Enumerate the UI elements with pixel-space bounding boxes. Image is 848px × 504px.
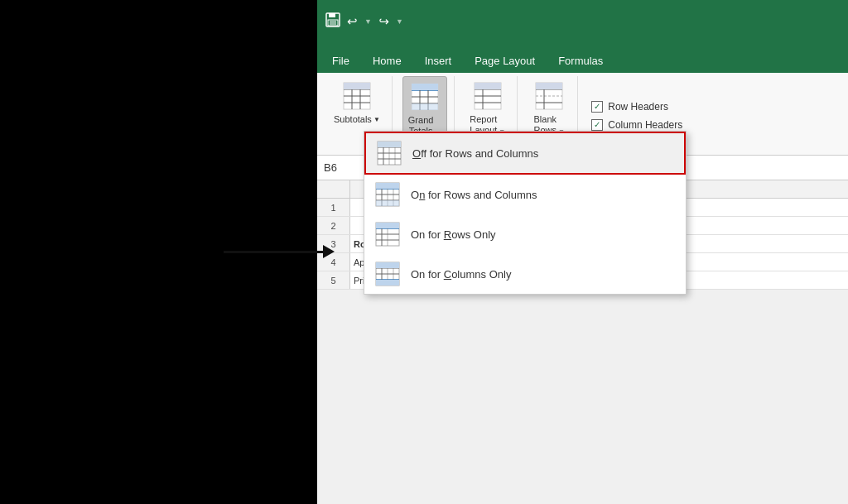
arrow-pointer (224, 245, 335, 258)
subtotals-label: Subtotals (334, 114, 372, 124)
menu-item-on[interactable]: On for Rows and Columns (364, 175, 686, 214)
menu-item-columns-label: On for Columns Only (411, 268, 511, 281)
svg-rect-22 (412, 103, 438, 110)
svg-rect-1 (329, 13, 335, 17)
svg-rect-76 (376, 280, 399, 286)
svg-rect-54 (376, 183, 382, 189)
svg-rect-44 (378, 142, 383, 147)
excel-window: ↩ ▼ ↩ ▼ File Home Insert Page Layout For… (317, 0, 848, 504)
redo-icon[interactable]: ↩ (378, 14, 389, 29)
column-headers-checkbox-item[interactable]: ✓ Column Headers (591, 119, 682, 131)
undo-icon[interactable]: ↩ (347, 14, 358, 29)
svg-rect-74 (382, 262, 388, 268)
corner-cell (317, 180, 350, 198)
svg-rect-35 (536, 83, 544, 89)
redo-arrow-icon: ▼ (396, 17, 403, 26)
svg-rect-19 (412, 84, 420, 90)
arrow-shaft (224, 251, 323, 253)
arrow-head (323, 245, 335, 258)
svg-rect-11 (352, 83, 360, 89)
svg-rect-57 (376, 200, 399, 206)
undo-arrow-icon: ▼ (364, 17, 372, 26)
menu-icon-on (374, 181, 401, 208)
svg-rect-10 (344, 83, 352, 89)
menu-item-on-label: On for Rows and Columns (411, 189, 537, 201)
tab-insert[interactable]: Insert (413, 50, 464, 73)
menu-item-off[interactable]: Off for Rows and Columns (364, 132, 686, 175)
blank-rows-button[interactable]: BlankRows ▼ (528, 76, 571, 139)
row-number-2: 2 (317, 217, 350, 234)
menu-item-columns[interactable]: On for Columns Only (364, 254, 686, 294)
title-bar: ↩ ▼ ↩ ▼ (317, 0, 848, 43)
svg-rect-20 (420, 84, 428, 90)
menu-icon-columns (374, 261, 401, 287)
subtotals-label-row: Subtotals ▼ (334, 114, 380, 124)
svg-rect-29 (483, 83, 501, 89)
subtotals-arrow[interactable]: ▼ (373, 116, 380, 123)
svg-rect-65 (382, 223, 399, 228)
row-headers-checkbox-item[interactable]: ✓ Row Headers (591, 101, 682, 113)
svg-rect-12 (360, 83, 370, 89)
svg-rect-28 (475, 83, 483, 89)
tab-home[interactable]: Home (361, 50, 413, 73)
subtotals-icon (340, 79, 373, 113)
row-headers-checkbox[interactable]: ✓ (591, 101, 603, 113)
blank-rows-icon (532, 79, 566, 113)
grand-totals-dropdown: Off for Rows and Columns (364, 131, 687, 295)
svg-rect-36 (544, 83, 562, 89)
column-headers-checkbox[interactable]: ✓ (591, 119, 603, 131)
svg-rect-45 (383, 142, 389, 147)
menu-item-off-label: Off for Rows and Columns (412, 147, 538, 160)
grand-totals-icon (408, 80, 441, 113)
svg-rect-56 (388, 183, 399, 189)
svg-rect-64 (376, 223, 382, 228)
tab-page-layout[interactable]: Page Layout (463, 50, 547, 73)
ribbon-tabs: File Home Insert Page Layout Formulas (317, 43, 848, 73)
row-number-5: 5 (317, 271, 350, 289)
svg-rect-55 (382, 183, 388, 189)
menu-item-rows[interactable]: On for Rows Only (364, 214, 686, 254)
svg-rect-46 (389, 142, 401, 147)
report-layout-button[interactable]: ReportLayout ▼ (465, 76, 510, 139)
svg-rect-21 (428, 84, 438, 90)
report-layout-icon (471, 79, 504, 113)
menu-item-rows-label: On for Rows Only (411, 228, 496, 241)
svg-rect-3 (330, 21, 336, 25)
column-headers-label: Column Headers (608, 119, 682, 131)
svg-rect-75 (388, 262, 399, 268)
tab-file[interactable]: File (320, 50, 361, 73)
subtotals-button[interactable]: Subtotals ▼ (329, 76, 385, 127)
save-icon[interactable] (325, 12, 340, 31)
row-headers-label: Row Headers (608, 101, 668, 113)
row-number-1: 1 (317, 199, 350, 216)
tab-formulas[interactable]: Formulas (547, 50, 614, 73)
menu-icon-off (376, 140, 402, 166)
menu-icon-rows (374, 221, 401, 247)
svg-rect-73 (376, 262, 382, 268)
